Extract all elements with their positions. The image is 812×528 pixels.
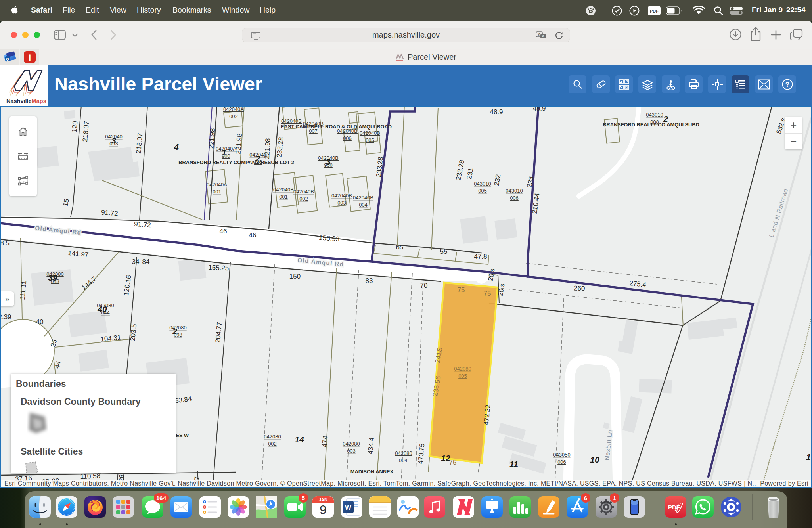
svg-text:JAN: JAN — [319, 497, 327, 502]
svg-text:i: i — [29, 52, 31, 63]
svg-text:W: W — [345, 504, 352, 511]
svg-text:NashvilleMaps: NashvilleMaps — [6, 98, 46, 104]
svg-text:9: 9 — [320, 503, 327, 517]
svg-text:o: o — [6, 56, 9, 62]
svg-text:PDF: PDF — [650, 9, 659, 13]
svg-text:A: A — [538, 33, 540, 37]
svg-text:?: ? — [785, 81, 789, 88]
svg-text:a: a — [542, 34, 544, 38]
